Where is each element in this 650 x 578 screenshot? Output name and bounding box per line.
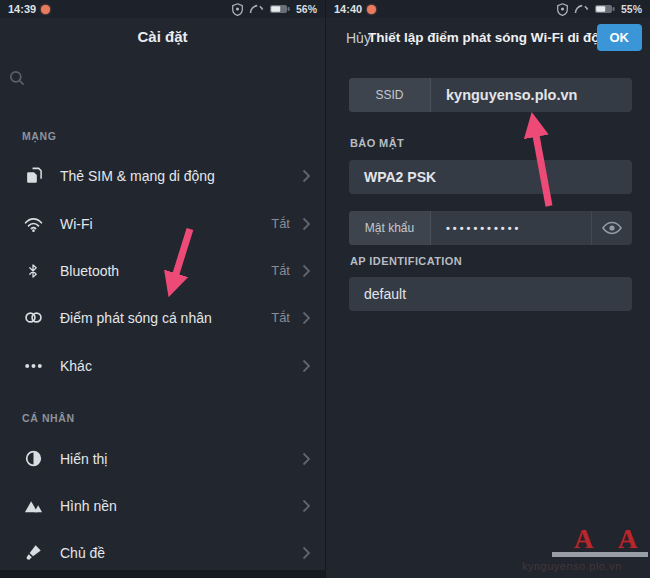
screen: 14:39 56% Cài đặt MẠNG bbox=[0, 0, 650, 578]
status-bar-left: 14:39 56% bbox=[0, 0, 325, 18]
search-icon[interactable] bbox=[9, 70, 25, 86]
menu-item-theme[interactable]: Chủ đề bbox=[0, 529, 325, 576]
ap-identification-field[interactable]: default bbox=[349, 277, 632, 311]
screen-record-icon bbox=[41, 5, 50, 14]
theme-brush-icon bbox=[22, 544, 44, 561]
menu-item-label: Hình nền bbox=[60, 498, 290, 514]
chevron-right-icon bbox=[302, 169, 311, 183]
security-value: WPA2 PSK bbox=[349, 169, 436, 185]
menu-item-label: Wi-Fi bbox=[60, 216, 271, 232]
chevron-right-icon bbox=[302, 264, 311, 278]
chevron-right-icon bbox=[302, 217, 311, 231]
network-arc-icon bbox=[249, 4, 264, 14]
password-label: Mật khẩu bbox=[349, 211, 431, 245]
menu-item-sim[interactable]: Thẻ SIM & mạng di động bbox=[0, 152, 325, 199]
section-network: MẠNG bbox=[22, 130, 56, 142]
watermark-text: kynguyenso.plo.vn bbox=[522, 560, 650, 572]
status-time: 14:40 bbox=[334, 3, 362, 15]
menu-item-value: Tắt bbox=[271, 263, 290, 278]
menu-item-display[interactable]: Hiển thị bbox=[0, 435, 325, 482]
hotspot-icon bbox=[22, 311, 44, 324]
watermark-logo-letter: A bbox=[574, 524, 594, 555]
chevron-right-icon bbox=[302, 311, 311, 325]
password-input[interactable]: ••••••••••• bbox=[431, 222, 521, 234]
show-password-toggle[interactable] bbox=[591, 211, 632, 245]
chevron-right-icon bbox=[302, 499, 311, 513]
chevron-right-icon bbox=[302, 546, 311, 560]
section-security: BẢO MẬT bbox=[350, 137, 404, 149]
password-field[interactable]: Mật khẩu ••••••••••• bbox=[349, 211, 632, 245]
settings-screen: 14:39 56% Cài đặt MẠNG bbox=[0, 0, 325, 578]
battery-percent: 56% bbox=[296, 3, 317, 15]
battery-percent: 55% bbox=[621, 3, 642, 15]
wallpaper-icon bbox=[22, 499, 44, 513]
wifi-icon bbox=[22, 216, 44, 232]
menu-item-wallpaper[interactable]: Hình nền bbox=[0, 482, 325, 529]
ssid-field[interactable]: SSID kynguyenso.plo.vn bbox=[349, 78, 632, 112]
page-title: Cài đặt bbox=[0, 28, 325, 45]
menu-item-value: Tắt bbox=[271, 216, 290, 231]
section-personal: CÁ NHÂN bbox=[22, 412, 75, 424]
screen-record-icon bbox=[367, 5, 376, 14]
bluetooth-icon bbox=[22, 262, 44, 280]
menu-item-more[interactable]: Khác bbox=[0, 342, 325, 389]
list-bottom-divider bbox=[0, 570, 325, 578]
menu-item-wifi[interactable]: Wi-Fi Tắt bbox=[0, 200, 325, 247]
ap-identification-value: default bbox=[349, 286, 406, 302]
watermark-logo-letter: A bbox=[618, 524, 638, 555]
ssid-label: SSID bbox=[349, 78, 431, 112]
battery-icon bbox=[270, 4, 290, 14]
menu-item-label: Bluetooth bbox=[60, 263, 271, 279]
ssid-input[interactable]: kynguyenso.plo.vn bbox=[431, 87, 577, 103]
shield-icon bbox=[557, 3, 568, 16]
chevron-right-icon bbox=[302, 359, 311, 373]
watermark-bar bbox=[552, 552, 648, 557]
menu-item-label: Thẻ SIM & mạng di động bbox=[60, 168, 290, 184]
dialog-title: Thiết lập điểm phát sóng Wi-Fi di động bbox=[368, 30, 598, 45]
display-contrast-icon bbox=[22, 450, 44, 467]
security-select[interactable]: WPA2 PSK bbox=[349, 160, 632, 194]
battery-icon bbox=[595, 4, 615, 14]
more-dots-icon bbox=[22, 363, 44, 369]
eye-icon bbox=[602, 221, 622, 235]
menu-item-label: Chủ đề bbox=[60, 545, 290, 561]
network-arc-icon bbox=[574, 4, 589, 14]
hotspot-setup-screen: 14:40 55% Hủy Thiết lập điểm phát sóng W… bbox=[325, 0, 650, 578]
chevron-right-icon bbox=[302, 452, 311, 466]
menu-item-label: Khác bbox=[60, 358, 290, 374]
status-bar-right: 14:40 55% bbox=[326, 0, 650, 18]
menu-item-value: Tắt bbox=[271, 310, 290, 325]
shield-icon bbox=[232, 3, 243, 16]
section-ap-identification: AP IDENTIFICATION bbox=[350, 255, 462, 267]
menu-item-label: Hiển thị bbox=[60, 451, 290, 467]
status-time: 14:39 bbox=[8, 3, 36, 15]
menu-item-hotspot[interactable]: Điểm phát sóng cá nhân Tắt bbox=[0, 294, 325, 341]
ok-button[interactable]: OK bbox=[597, 24, 643, 51]
sim-card-icon bbox=[22, 166, 44, 185]
menu-item-bluetooth[interactable]: Bluetooth Tắt bbox=[0, 247, 325, 294]
menu-item-label: Điểm phát sóng cá nhân bbox=[60, 310, 271, 326]
